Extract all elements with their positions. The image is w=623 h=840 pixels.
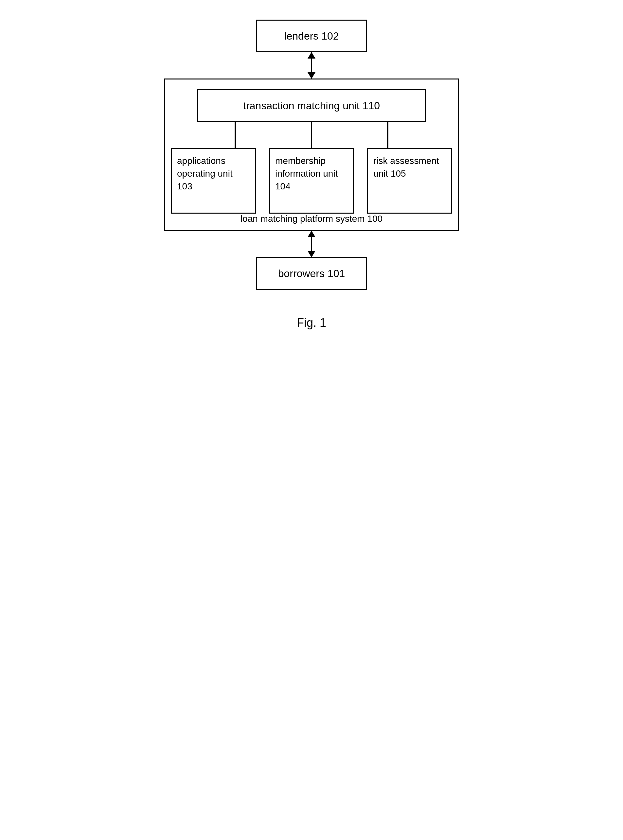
diagram-container: lenders 102 transaction matching unit 11… (148, 20, 475, 330)
connector-left (235, 122, 236, 148)
risk-assessment-unit-label: risk assessment unit 105 (373, 155, 446, 180)
applications-operating-unit-box: applications operating unit 103 (171, 148, 256, 214)
membership-information-unit-label: membership information unit 104 (275, 155, 348, 193)
connector-right (387, 122, 388, 148)
units-row: applications operating unit 103 membersh… (171, 148, 452, 214)
transaction-matching-label: transaction matching unit 110 (243, 100, 380, 112)
lenders-label: lenders 102 (284, 30, 339, 42)
transaction-matching-box: transaction matching unit 110 (197, 89, 426, 122)
lenders-box: lenders 102 (256, 20, 367, 52)
borrowers-box: borrowers 101 (256, 257, 367, 290)
platform-box: transaction matching unit 110 applicatio… (164, 78, 459, 231)
borrowers-label: borrowers 101 (278, 268, 345, 280)
figure-label: Fig. 1 (297, 316, 326, 330)
connector-center (311, 122, 312, 148)
connectors-area (197, 122, 426, 148)
risk-assessment-unit-box: risk assessment unit 105 (367, 148, 452, 214)
lenders-platform-arrow (311, 52, 312, 78)
membership-information-unit-box: membership information unit 104 (269, 148, 354, 214)
platform-borrowers-arrow (311, 231, 312, 257)
platform-label: loan matching platform system 100 (241, 214, 382, 224)
applications-operating-unit-label: applications operating unit 103 (177, 155, 250, 193)
